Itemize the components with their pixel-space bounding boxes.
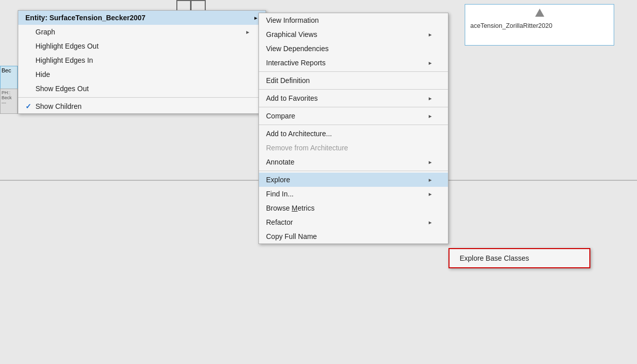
right-divider-5 (259, 171, 448, 171)
left-menu-header[interactable]: Entity: SurfaceTension_Becker2007 ► (18, 11, 266, 25)
right-divider-4 (259, 125, 448, 125)
right-divider-1 (259, 71, 448, 72)
gv-arrow: ► (428, 32, 433, 37)
menu-item-edit-definition[interactable]: Edit Definition (259, 73, 448, 88)
menu-item-remove-from-architecture: Remove from Architecture (259, 141, 448, 155)
atf-arrow: ► (428, 96, 433, 101)
sc-label: Show Children (35, 102, 250, 110)
ed-label: Edit Definition (266, 76, 433, 85)
rfa-label: Remove from Architecture (266, 144, 433, 152)
bm-label: Browse Metrics (266, 204, 433, 212)
menu-item-view-information[interactable]: View Information (259, 13, 448, 27)
right-node-label: aceTension_ZorillaRitter2020 (470, 22, 552, 29)
annotate-arrow: ► (428, 159, 433, 165)
compare-label: Compare (266, 112, 428, 120)
annotate-label: Annotate (266, 158, 428, 166)
menu-item-copy-full-name[interactable]: Copy Full Name (259, 229, 448, 244)
atf-label: Add to Favorites (266, 94, 428, 102)
submenu-explore-base-classes[interactable]: Explore Base Classes (449, 249, 589, 267)
menu-item-explore[interactable]: Explore ► (259, 173, 448, 187)
vd-label: View Dependencies (266, 45, 433, 53)
vi-label: View Information (266, 16, 433, 24)
bm-underline: M (292, 204, 298, 212)
menu-item-hide[interactable]: Hide (18, 67, 266, 82)
menu-item-find-in[interactable]: Find In... ► (259, 187, 448, 201)
left-menu-header-arrow: ► (253, 15, 258, 21)
menu-item-browse-metrics[interactable]: Browse Metrics (259, 201, 448, 215)
refactor-arrow: ► (428, 220, 433, 225)
menu-item-compare[interactable]: Compare ► (259, 109, 448, 123)
sc-check: ✓ (25, 102, 35, 110)
explore-submenu: Explore Base Classes (448, 248, 590, 268)
cfn-label: Copy Full Name (266, 232, 433, 240)
explore-arrow: ► (428, 177, 433, 183)
ir-arrow: ► (428, 60, 433, 66)
left-node-label: Bec (2, 67, 11, 73)
menu-item-show-children[interactable]: ✓ Show Children (18, 99, 266, 113)
hei-label: Highlight Edges In (35, 56, 250, 64)
explore-label: Explore (266, 176, 428, 184)
connector-right (205, 0, 206, 11)
ir-label: Interactive Reports (266, 59, 428, 67)
refactor-label: Refactor (266, 218, 428, 226)
fi-arrow: ► (428, 191, 433, 197)
graph-arrow: ► (245, 29, 250, 35)
gv-label: Graphical Views (266, 30, 428, 38)
connector-left (176, 0, 177, 11)
menu-item-highlight-edges-out[interactable]: Highlight Edges Out (18, 39, 266, 53)
hide-label: Hide (35, 70, 250, 78)
connector-top (176, 0, 206, 1)
menu-item-interactive-reports[interactable]: Interactive Reports ► (259, 56, 448, 70)
menu-item-graph[interactable]: Graph ► (18, 25, 266, 39)
seo-label: Show Edges Out (35, 85, 250, 93)
left-divider (18, 97, 266, 98)
right-context-menu: View Information Graphical Views ► View … (258, 13, 448, 244)
left-menu-header-label: Entity: SurfaceTension_Becker2007 (25, 14, 145, 22)
right-divider-3 (259, 107, 448, 107)
menu-item-annotate[interactable]: Annotate ► (259, 155, 448, 169)
menu-item-refactor[interactable]: Refactor ► (259, 215, 448, 229)
check-mark-icon: ✓ (25, 102, 31, 110)
right-divider-2 (259, 89, 448, 90)
left-context-menu: Entity: SurfaceTension_Becker2007 ► Grap… (18, 10, 266, 114)
fi-label: Find In... (266, 190, 428, 198)
connector-line (190, 0, 192, 11)
graph-label: Graph (35, 28, 245, 36)
compare-arrow: ► (428, 113, 433, 119)
right-node-box: aceTension_ZorillaRitter2020 (465, 4, 614, 46)
left-node-box2: PH::Beck--- (0, 89, 18, 114)
menu-item-graphical-views[interactable]: Graphical Views ► (259, 27, 448, 42)
right-node-triangle (535, 9, 544, 17)
menu-item-add-to-favorites[interactable]: Add to Favorites ► (259, 91, 448, 105)
heo-label: Highlight Edges Out (35, 42, 250, 50)
menu-item-add-to-architecture[interactable]: Add to Architecture... (259, 127, 448, 141)
menu-item-show-edges-out[interactable]: Show Edges Out (18, 82, 266, 96)
ebc-label: Explore Base Classes (460, 254, 529, 262)
menu-item-view-dependencies[interactable]: View Dependencies (259, 42, 448, 56)
menu-item-highlight-edges-in[interactable]: Highlight Edges In (18, 53, 266, 67)
ata-label: Add to Architecture... (266, 130, 433, 138)
